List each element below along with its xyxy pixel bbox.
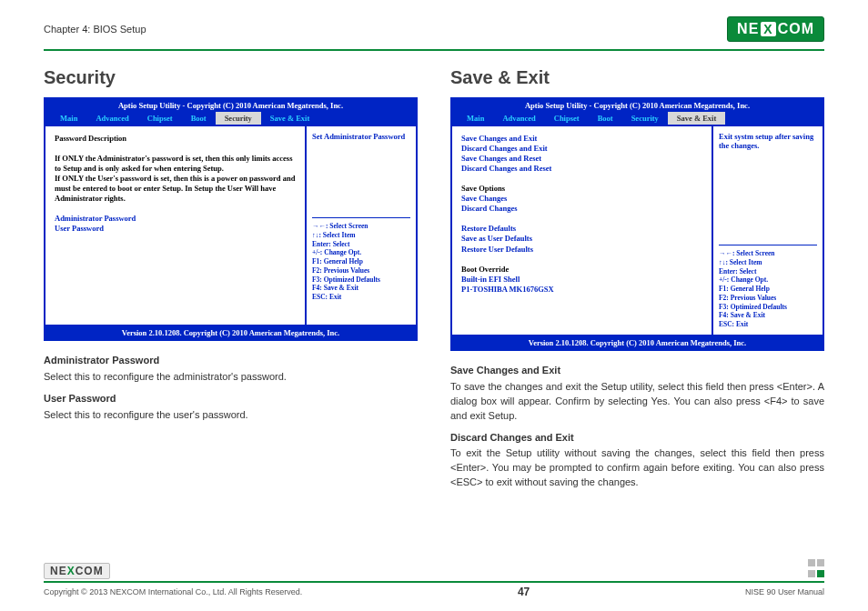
tab-boot[interactable]: Boot bbox=[182, 112, 216, 125]
bios-right-pane: Exit systm setup after saving the change… bbox=[713, 126, 823, 335]
bios-footer: Version 2.10.1208. Copyright (C) 2010 Am… bbox=[452, 336, 823, 349]
security-description: Administrator Password Select this to re… bbox=[44, 354, 418, 423]
key-hint: F2: Previous Values bbox=[719, 294, 817, 303]
help-text: Exit systm setup after saving the change… bbox=[719, 132, 817, 150]
manual-name: NISE 90 User Manual bbox=[745, 587, 824, 596]
save-exit-description: Save Changes and Exit To save the change… bbox=[450, 364, 824, 491]
help-text: Set Administrator Password bbox=[312, 132, 410, 141]
save-changes-item[interactable]: Save Changes bbox=[461, 194, 702, 204]
key-hint: F1: General Help bbox=[719, 285, 817, 294]
footer-logo: NEXCOM bbox=[44, 563, 110, 579]
key-hint: Enter: Select bbox=[312, 240, 410, 249]
discard-changes-item[interactable]: Discard Changes bbox=[461, 204, 702, 214]
key-hint: +/-: Change Opt. bbox=[312, 248, 410, 257]
page-footer: NEXCOM Copyright © 2013 NEXCOM Internati… bbox=[44, 557, 824, 598]
tab-advanced[interactable]: Advanced bbox=[493, 112, 544, 125]
tab-save-exit[interactable]: Save & Exit bbox=[668, 112, 725, 125]
user-pwd-item[interactable]: User Password bbox=[55, 224, 296, 234]
save-exit-item[interactable]: Save Changes and Exit bbox=[461, 134, 702, 144]
discard-reset-item[interactable]: Discard Changes and Reset bbox=[461, 164, 702, 174]
save-exit-heading: Save & Exit bbox=[450, 67, 824, 88]
key-hint: F1: General Help bbox=[312, 257, 410, 266]
bios-left-pane: Password Description If ONLY the Adminis… bbox=[45, 126, 307, 325]
save-user-defaults-item[interactable]: Save as User Defaults bbox=[461, 234, 702, 244]
tab-main[interactable]: Main bbox=[51, 112, 86, 125]
copyright-text: Copyright © 2013 NEXCOM International Co… bbox=[44, 587, 302, 596]
bios-title: Aptio Setup Utility - Copyright (C) 2010… bbox=[45, 99, 416, 112]
key-hint: ESC: Exit bbox=[312, 293, 410, 302]
key-hint: F3: Optimized Defaults bbox=[312, 275, 410, 285]
pwd-desc-heading: Password Description bbox=[55, 134, 296, 144]
brand-logo: NEXCOM bbox=[727, 16, 824, 42]
key-hint: F3: Optimized Defaults bbox=[719, 303, 817, 312]
page-number: 47 bbox=[518, 586, 530, 598]
key-hint: F2: Previous Values bbox=[312, 266, 410, 275]
restore-user-defaults-item[interactable]: Restore User Defaults bbox=[461, 245, 702, 255]
boot-override-heading: Boot Override bbox=[461, 265, 702, 275]
discard-exit-item[interactable]: Discard Changes and Exit bbox=[461, 144, 702, 154]
tab-boot[interactable]: Boot bbox=[589, 112, 622, 125]
pwd-desc-2: If ONLY the User's password is set, then… bbox=[55, 174, 296, 204]
key-hint: ESC: Exit bbox=[719, 320, 817, 329]
header-rule bbox=[44, 49, 824, 51]
pwd-desc-1: If ONLY the Administrator's password is … bbox=[55, 154, 296, 174]
key-hint: F4: Save & Exit bbox=[312, 284, 410, 293]
save-options-heading: Save Options bbox=[461, 184, 702, 194]
bios-tabs: Main Advanced Chipset Boot Security Save… bbox=[452, 112, 823, 125]
tab-advanced[interactable]: Advanced bbox=[86, 112, 137, 125]
chapter-label: Chapter 4: BIOS Setup bbox=[44, 24, 146, 35]
tab-save-exit[interactable]: Save & Exit bbox=[261, 112, 318, 125]
key-hint: →←: Select Screen bbox=[719, 249, 817, 258]
save-exit-desc-text: To save the changes and exit the Setup u… bbox=[450, 380, 824, 424]
security-heading: Security bbox=[44, 67, 418, 88]
key-hint: ↑↓: Select Item bbox=[719, 258, 817, 267]
bios-security-panel: Aptio Setup Utility - Copyright (C) 2010… bbox=[44, 97, 418, 341]
key-hint: Enter: Select bbox=[719, 267, 817, 276]
discard-exit-desc-text: To exit the Setup utility without saving… bbox=[450, 446, 824, 490]
bios-save-exit-panel: Aptio Setup Utility - Copyright (C) 2010… bbox=[450, 97, 824, 351]
tab-chipset[interactable]: Chipset bbox=[545, 112, 589, 125]
key-hint: F4: Save & Exit bbox=[719, 311, 817, 320]
efi-shell-item[interactable]: Built-in EFI Shell bbox=[461, 275, 702, 285]
admin-pwd-item[interactable]: Administrator Password bbox=[55, 214, 296, 224]
admin-pwd-text: Select this to reconfigure the administr… bbox=[44, 370, 418, 385]
discard-exit-desc-heading: Discard Changes and Exit bbox=[450, 431, 824, 446]
tab-main[interactable]: Main bbox=[458, 112, 493, 125]
bios-tabs: Main Advanced Chipset Boot Security Save… bbox=[45, 112, 416, 125]
save-reset-item[interactable]: Save Changes and Reset bbox=[461, 154, 702, 164]
security-column: Security Aptio Setup Utility - Copyright… bbox=[44, 67, 418, 490]
bios-left-pane: Save Changes and Exit Discard Changes an… bbox=[452, 126, 713, 335]
bios-title: Aptio Setup Utility - Copyright (C) 2010… bbox=[452, 99, 823, 112]
admin-pwd-heading: Administrator Password bbox=[44, 354, 418, 368]
save-exit-desc-heading: Save Changes and Exit bbox=[450, 364, 824, 378]
restore-defaults-item[interactable]: Restore Defaults bbox=[461, 224, 702, 234]
key-hint: ↑↓: Select Item bbox=[312, 231, 410, 240]
user-pwd-heading: User Password bbox=[44, 392, 418, 406]
save-exit-column: Save & Exit Aptio Setup Utility - Copyri… bbox=[450, 67, 824, 490]
user-pwd-text: Select this to reconfigure the user's pa… bbox=[44, 408, 418, 423]
key-hint: +/-: Change Opt. bbox=[719, 275, 817, 285]
bios-right-pane: Set Administrator Password →←: Select Sc… bbox=[307, 126, 416, 325]
key-hint: →←: Select Screen bbox=[312, 222, 410, 231]
tab-chipset[interactable]: Chipset bbox=[138, 112, 182, 125]
bios-footer: Version 2.10.1208. Copyright (C) 2010 Am… bbox=[45, 326, 416, 339]
tab-security[interactable]: Security bbox=[216, 112, 261, 125]
disk-item[interactable]: P1-TOSHIBA MK1676GSX bbox=[461, 285, 702, 295]
tab-security[interactable]: Security bbox=[622, 112, 668, 125]
page-header: Chapter 4: BIOS Setup NEXCOM bbox=[44, 16, 824, 45]
